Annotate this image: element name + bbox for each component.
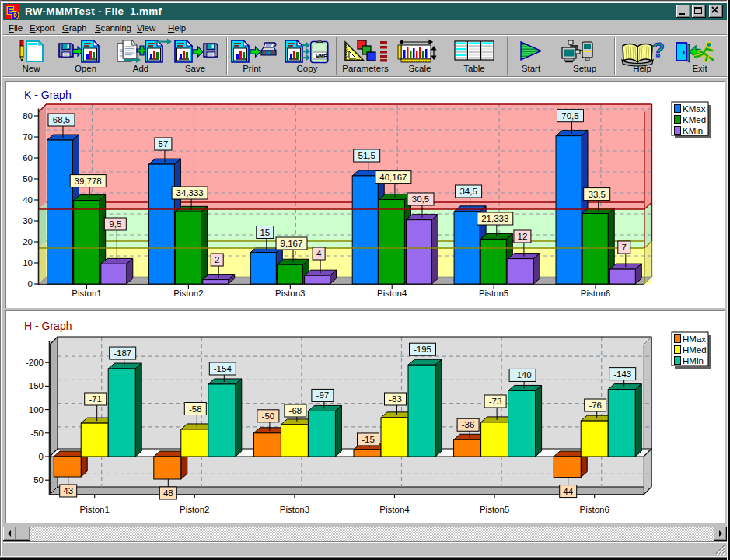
svg-text:-68: -68 [289, 406, 302, 415]
svg-text:-58: -58 [189, 404, 202, 414]
svg-text:Piston4: Piston4 [377, 289, 407, 298]
svg-text:-150: -150 [26, 381, 44, 390]
svg-text:50: 50 [33, 475, 44, 485]
svg-text:20: 20 [23, 237, 33, 247]
svg-text:HMed: HMed [683, 345, 707, 355]
svg-text:2: 2 [215, 255, 219, 264]
svg-text:H - Graph: H - Graph [24, 320, 72, 332]
svg-text:39,778: 39,778 [75, 177, 102, 186]
svg-text:Piston1: Piston1 [80, 505, 110, 514]
svg-text:Piston2: Piston2 [180, 505, 209, 514]
svg-text:-140: -140 [514, 370, 532, 380]
svg-text:34,333: 34,333 [176, 188, 204, 198]
svg-text:0: 0 [28, 279, 33, 289]
svg-text:-143: -143 [613, 369, 631, 379]
svg-text:-73: -73 [489, 397, 502, 406]
svg-text:KMed: KMed [683, 115, 706, 124]
svg-text:30: 30 [23, 216, 33, 226]
svg-text:HMax: HMax [683, 334, 706, 344]
svg-text:10: 10 [23, 258, 33, 268]
svg-text:Piston1: Piston1 [72, 289, 101, 298]
svg-text:7: 7 [622, 243, 627, 252]
svg-text:-187: -187 [114, 348, 131, 358]
svg-text:Piston4: Piston4 [379, 505, 410, 514]
svg-text:4: 4 [316, 249, 322, 258]
svg-text:57: 57 [159, 139, 169, 149]
svg-text:43: 43 [63, 486, 73, 495]
svg-text:60: 60 [23, 153, 33, 163]
svg-text:44: 44 [563, 487, 573, 496]
svg-text:HMin: HMin [683, 356, 704, 366]
svg-text:9,5: 9,5 [109, 219, 121, 229]
svg-text:9,167: 9,167 [281, 239, 303, 248]
svg-text:K - Graph: K - Graph [24, 89, 72, 101]
svg-text:40,167: 40,167 [379, 173, 407, 182]
svg-text:Piston6: Piston6 [580, 505, 609, 514]
svg-text:-36: -36 [462, 420, 475, 429]
svg-text:48: 48 [163, 488, 173, 498]
svg-text:-76: -76 [589, 401, 602, 410]
svg-text:68,5: 68,5 [53, 115, 70, 124]
svg-text:KMax: KMax [683, 104, 706, 114]
svg-text:-195: -195 [414, 345, 431, 354]
svg-text:0: 0 [39, 452, 44, 461]
svg-text:-71: -71 [89, 394, 102, 404]
svg-text:-83: -83 [389, 394, 402, 404]
svg-text:-97: -97 [316, 390, 330, 400]
svg-text:80: 80 [23, 111, 33, 121]
svg-text:70: 70 [23, 132, 33, 142]
svg-text:-200: -200 [26, 358, 44, 367]
svg-text:70,5: 70,5 [561, 111, 578, 121]
svg-text:-50: -50 [262, 411, 275, 421]
svg-text:51,5: 51,5 [358, 151, 375, 160]
svg-text:Piston5: Piston5 [480, 505, 509, 514]
svg-text:Piston5: Piston5 [479, 289, 508, 298]
svg-text:-154: -154 [214, 364, 232, 373]
svg-text:Piston3: Piston3 [280, 505, 309, 514]
svg-text:Piston6: Piston6 [581, 289, 610, 298]
svg-text:12: 12 [518, 232, 528, 241]
svg-text:33,5: 33,5 [589, 190, 606, 199]
svg-text:34,5: 34,5 [459, 187, 477, 196]
svg-text:Piston3: Piston3 [275, 289, 305, 298]
svg-text:Piston2: Piston2 [173, 289, 203, 298]
svg-text:-15: -15 [362, 435, 375, 444]
svg-text:KMin: KMin [683, 126, 703, 135]
svg-text:30,5: 30,5 [412, 194, 429, 204]
svg-text:15: 15 [260, 228, 270, 237]
svg-text:-50: -50 [30, 429, 44, 438]
svg-text:40: 40 [23, 195, 33, 205]
svg-text:50: 50 [23, 174, 33, 184]
svg-text:-100: -100 [26, 405, 44, 415]
svg-text:21,333: 21,333 [481, 214, 508, 223]
